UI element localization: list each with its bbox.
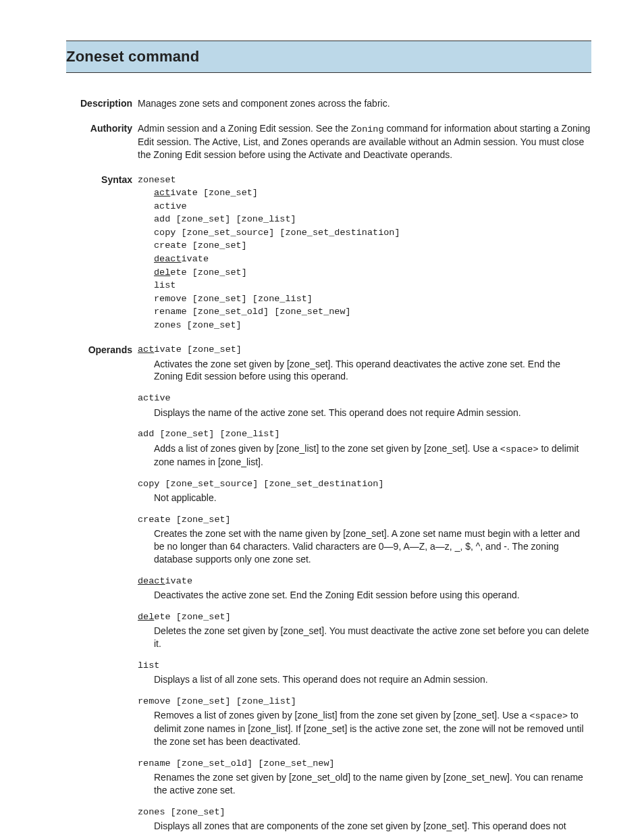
page-title: Zoneset command	[66, 47, 585, 67]
syntax-line: create [zone_set]	[154, 239, 591, 253]
syntax-line: active	[154, 200, 591, 213]
operand-item: listDisplays a list of all zone sets. Th…	[138, 660, 591, 686]
operand-command: deactivate	[138, 575, 591, 588]
operand-description: Creates the zone set with the name given…	[138, 527, 591, 566]
syntax-line: rename [zone_set_old] [zone_set_new]	[154, 305, 591, 319]
operands-label: Operands	[68, 344, 138, 357]
operand-item: create [zone_set]Creates the zone set wi…	[138, 514, 591, 566]
syntax-line: list	[154, 279, 591, 292]
authority-body: Admin session and a Zoning Edit session.…	[138, 122, 591, 161]
operand-description: Displays the name of the active zone set…	[138, 407, 591, 419]
operand-item: remove [zone_set] [zone_list]Removes a l…	[138, 696, 591, 748]
description-section: Description Manages zone sets and compon…	[68, 97, 591, 110]
page-container: Zoneset command Description Manages zone…	[0, 0, 644, 834]
syntax-line: zones [zone_set]	[154, 319, 591, 332]
syntax-line: copy [zone_set_source] [zone_set_destina…	[154, 226, 591, 240]
syntax-body: zoneset activate [zone_set]activeadd [zo…	[138, 174, 591, 332]
description-label: Description	[68, 97, 138, 110]
operand-command: rename [zone_set_old] [zone_set_new]	[138, 758, 591, 770]
operand-description: Displays all zones that are components o…	[138, 820, 591, 834]
operand-description: Activates the zone set given by [zone_se…	[138, 358, 591, 384]
operand-description: Removes a list of zones given by [zone_l…	[138, 709, 591, 748]
operand-command: add [zone_set] [zone_list]	[138, 428, 591, 440]
syntax-line: deactivate	[154, 253, 591, 266]
description-body: Manages zone sets and component zones ac…	[138, 97, 591, 110]
syntax-line: activate [zone_set]	[154, 186, 591, 200]
syntax-head: zoneset	[138, 174, 591, 187]
operand-description: Deletes the zone set given by [zone_set]…	[138, 625, 591, 650]
operand-command: remove [zone_set] [zone_list]	[138, 696, 591, 708]
operand-item: delete [zone_set]Deletes the zone set gi…	[138, 611, 591, 650]
operand-item: add [zone_set] [zone_list]Adds a list of…	[138, 428, 591, 468]
authority-label: Authority	[68, 122, 138, 135]
syntax-line: add [zone_set] [zone_list]	[154, 213, 591, 226]
operand-item: rename [zone_set_old] [zone_set_new]Rena…	[138, 758, 591, 797]
operand-item: copy [zone_set_source] [zone_set_destina…	[138, 478, 591, 504]
authority-text-pre: Admin session and a Zoning Edit session.…	[138, 123, 351, 134]
operand-description: Displays a list of all zone sets. This o…	[138, 673, 591, 686]
operand-item: activate [zone_set]Activates the zone se…	[138, 344, 591, 383]
operand-description: Renames the zone set given by [zone_set_…	[138, 771, 591, 797]
operand-command: zones [zone_set]	[138, 806, 591, 818]
operand-command: create [zone_set]	[138, 514, 591, 526]
syntax-section: Syntax zoneset activate [zone_set]active…	[68, 174, 591, 332]
operands-body: activate [zone_set]Activates the zone se…	[138, 344, 591, 834]
syntax-label: Syntax	[68, 174, 138, 186]
title-bar: Zoneset command	[66, 41, 591, 73]
syntax-line: remove [zone_set] [zone_list]	[154, 292, 591, 306]
operand-command: list	[138, 660, 591, 672]
operand-command: active	[138, 392, 591, 405]
syntax-line: delete [zone_set]	[154, 266, 591, 280]
operand-item: deactivateDeactivates the active zone se…	[138, 575, 591, 602]
authority-code: Zoning	[351, 124, 384, 134]
operand-command: delete [zone_set]	[138, 611, 591, 623]
operand-command: activate [zone_set]	[138, 344, 591, 356]
operand-description: Not applicable.	[138, 492, 591, 504]
syntax-lines: activate [zone_set]activeadd [zone_set] …	[138, 186, 591, 332]
authority-section: Authority Admin session and a Zoning Edi…	[68, 122, 591, 161]
operand-description: Deactivates the active zone set. End the…	[138, 589, 591, 602]
operand-item: zones [zone_set]Displays all zones that …	[138, 806, 591, 834]
operand-item: activeDisplays the name of the active zo…	[138, 392, 591, 419]
operand-command: copy [zone_set_source] [zone_set_destina…	[138, 478, 591, 490]
operand-description: Adds a list of zones given by [zone_list…	[138, 442, 591, 469]
operands-section: Operands activate [zone_set]Activates th…	[68, 344, 591, 834]
